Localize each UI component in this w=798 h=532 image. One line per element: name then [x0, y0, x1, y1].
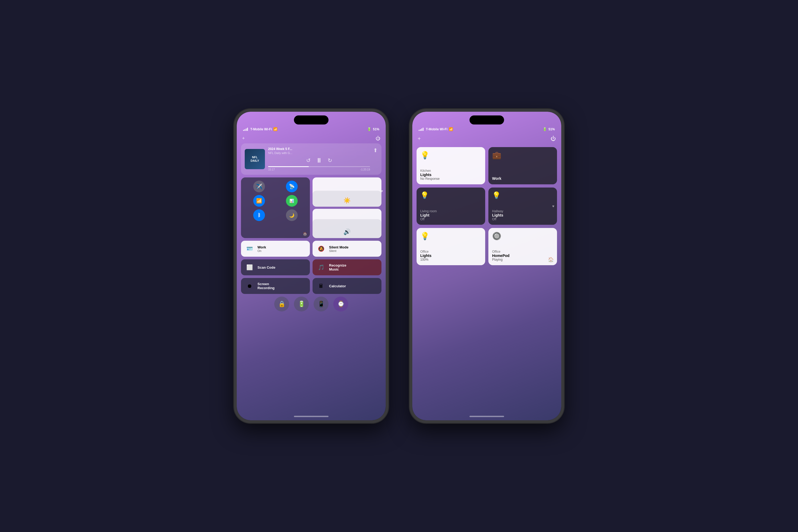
- signal-bar-4: [247, 128, 248, 131]
- battery-icon: 🔋: [367, 127, 371, 131]
- scan-code-icon: ⬜: [245, 263, 254, 272]
- scan-code-text: Scan Code: [258, 265, 275, 269]
- work-focus-sub: On: [258, 249, 266, 252]
- screen-recording-title: Screen Recording: [258, 282, 274, 290]
- media-title: 2024 Week 5 F...: [268, 147, 370, 151]
- screen-recording-tile[interactable]: ⏺ Screen Recording: [241, 278, 310, 294]
- battery-status-button[interactable]: 🔋: [294, 297, 309, 311]
- power-control-button[interactable]: ⏻: [376, 136, 380, 141]
- screen-lock-button[interactable]: 🔒: [274, 297, 289, 311]
- rewind-button[interactable]: ↺: [306, 157, 311, 164]
- calculator-tile[interactable]: 🖩 Calculator: [312, 278, 381, 294]
- office-lights-tile[interactable]: 💡 Office Lights 100%: [417, 228, 485, 265]
- volume-slider[interactable]: 🔊: [312, 209, 381, 238]
- silent-mode-title: Silent Mode: [329, 245, 348, 249]
- office-lights-status: 100%: [420, 258, 481, 262]
- hallway-text: Hallway Lights Off: [492, 209, 553, 221]
- airplane-mode-button[interactable]: ✈️: [253, 180, 265, 192]
- status-right-2: 🔋 51%: [543, 127, 555, 131]
- power-button-2[interactable]: [563, 173, 564, 197]
- play-pause-button[interactable]: ⏸: [316, 157, 322, 164]
- status-left: T-Mobile Wi-Fi 📶: [243, 127, 278, 131]
- work-tile-text: Work: [492, 176, 553, 180]
- kitchen-lights-tile[interactable]: 💡 Kitchen Lights No Response: [417, 147, 485, 184]
- work-focus-tile[interactable]: 🪪 Work On: [241, 241, 310, 257]
- volume-down-button-2[interactable]: [410, 185, 411, 201]
- signal-bar-1: [243, 130, 244, 131]
- recognize-music-tile[interactable]: 🎵 Recognize Music: [312, 259, 381, 275]
- work-tile[interactable]: 💼 Work: [488, 147, 557, 184]
- scan-code-tile[interactable]: ⬜ Scan Code: [241, 259, 310, 275]
- living-room-room: Living room: [420, 209, 481, 213]
- bluetooth-button[interactable]: ᛒ: [253, 209, 265, 221]
- screen-recording-icon: ⏺: [245, 281, 254, 291]
- status-left-2: T-Mobile Wi-Fi 📶: [419, 127, 453, 131]
- hallway-name: Lights: [492, 213, 553, 217]
- recognize-music-text: Recognize Music: [329, 263, 346, 271]
- bluetooth-cell: ᛒ: [244, 209, 274, 221]
- volume-down-button[interactable]: [234, 185, 235, 201]
- homepod-icon: 🔘: [492, 232, 553, 241]
- media-player-widget[interactable]: NFL DAILY 2024 Week 5 F... NFL Daily wit…: [241, 144, 381, 175]
- power-button[interactable]: [387, 173, 388, 197]
- network-panel: ✈️ 📡 📶 📊 ᛒ: [241, 177, 310, 238]
- focus-button[interactable]: 🌙: [286, 209, 298, 221]
- living-room-text: Living room Light Off: [420, 209, 481, 221]
- main-controls-grid: ✈️ 📡 📶 📊 ᛒ: [241, 177, 381, 238]
- silent-mode-text: Silent Mode Silent: [329, 245, 348, 252]
- homekit-area: + ⏻ 💡 Kitchen Lights No Response 💼: [417, 136, 557, 399]
- remote-button[interactable]: 📱: [314, 297, 328, 311]
- media-subtitle: NFL Daily with G...: [268, 151, 370, 155]
- calculator-text: Calculator: [329, 284, 346, 288]
- screen-recording-text: Screen Recording: [258, 282, 274, 290]
- office-homepod-tile[interactable]: 🔘 Office HomePod Playing 🏠: [488, 228, 557, 265]
- battery-label-2: 51%: [549, 128, 555, 131]
- watch-button[interactable]: ⌚: [333, 297, 348, 311]
- battery-label: 51%: [373, 128, 379, 131]
- office-lights-name: Lights: [420, 253, 481, 258]
- kitchen-lights-text: Kitchen Lights No Response: [420, 169, 481, 180]
- focus-cell: 🌙: [277, 209, 307, 221]
- signal-bar-3: [246, 129, 247, 131]
- brightness-slider[interactable]: ☀️: [312, 177, 381, 207]
- wifi-button[interactable]: 📶: [253, 195, 265, 207]
- office-lights-icon: 💡: [420, 232, 481, 241]
- home-icon-2[interactable]: 🏠: [548, 257, 554, 263]
- fast-forward-button[interactable]: ↻: [328, 157, 332, 164]
- control-center-area: + ⏻ NFL DAILY 2024 Week 5 F... NFL Daily…: [241, 136, 381, 394]
- living-room-light-tile[interactable]: 💡 Living room Light Off: [417, 188, 485, 225]
- power-control-button-2[interactable]: ⏻: [551, 136, 556, 142]
- office-lights-room: Office: [420, 250, 481, 253]
- airplay-icon[interactable]: ⬆: [373, 147, 378, 153]
- add-control-button-2[interactable]: +: [418, 136, 421, 142]
- living-room-status: Off: [420, 217, 481, 221]
- bottom-icons-row: 🔒 🔋 📱 ⌚: [241, 297, 381, 311]
- carrier-label-2: T-Mobile Wi-Fi: [426, 128, 448, 131]
- sliders-panel: ☀️ 🔊: [312, 177, 381, 238]
- work-focus-icon: 🪪: [245, 244, 254, 253]
- hallway-lights-tile[interactable]: 💡 Hallway Lights Off ♥: [488, 188, 557, 225]
- homepod-room: Office: [492, 250, 553, 253]
- volume-up-button[interactable]: [234, 165, 235, 181]
- cellular-button[interactable]: 📊: [286, 195, 298, 207]
- signal-bar-2-2: [420, 129, 421, 131]
- homekit-top-controls: + ⏻: [417, 136, 557, 142]
- progress-bar: [268, 166, 370, 167]
- silent-mode-tile[interactable]: 🔕 Silent Mode Silent: [312, 241, 381, 257]
- signal-bar-2-4: [423, 128, 423, 131]
- volume-up-button-2[interactable]: [410, 165, 411, 181]
- airdrop-button[interactable]: 📡: [286, 180, 298, 192]
- signal-bar-2-1: [419, 130, 419, 131]
- recognize-music-title: Recognize Music: [329, 263, 346, 271]
- album-label: NFL DAILY: [251, 156, 259, 163]
- silent-mode-sub: Silent: [329, 249, 348, 252]
- network-buttons: ✈️ 📡 📶 📊 ᛒ: [244, 180, 307, 221]
- wifi-icon-2: 📶: [449, 127, 453, 131]
- status-bar-2: T-Mobile Wi-Fi 📶 🔋 51%: [412, 127, 561, 131]
- work-focus-title: Work: [258, 245, 266, 249]
- time-row: 33:17 -1:20:19: [268, 168, 370, 171]
- add-control-button[interactable]: +: [242, 136, 245, 141]
- status-bar: T-Mobile Wi-Fi 📶 🔋 51%: [237, 127, 386, 131]
- home-button-1[interactable]: 🏠: [303, 232, 307, 236]
- wifi-cell: 📶: [244, 195, 274, 207]
